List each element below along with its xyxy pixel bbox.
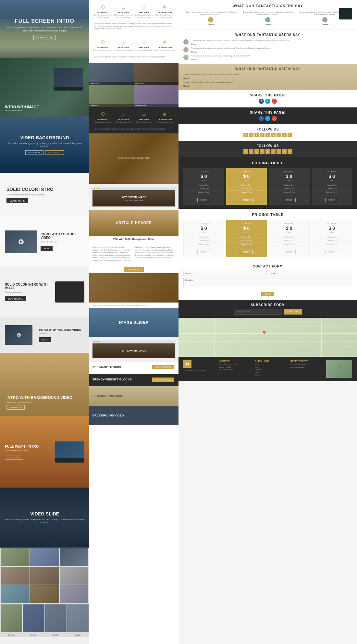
pricing-btn-3[interactable]: ORDER <box>283 198 296 202</box>
share-icons-white: f t g+ <box>183 99 352 104</box>
video-bg-watch-button[interactable]: WATCH VIDEO <box>45 150 64 155</box>
pricing-white-btn-3[interactable]: ORDER <box>283 250 296 254</box>
follow-tw-icon[interactable]: t <box>249 133 253 137</box>
footer-link-blog[interactable]: Blog <box>255 371 287 373</box>
follow-yt-icon[interactable]: y <box>265 133 270 137</box>
follow-gp-icon[interactable]: g <box>254 133 259 137</box>
footer-col-logo: M A premium website template <box>183 360 216 378</box>
pwf-1-3: Feature Three <box>185 242 222 246</box>
follow-vi-dark-icon[interactable]: v <box>282 149 287 154</box>
article-read-more-button[interactable]: READ MORE <box>124 267 143 272</box>
follow-re-dark-icon[interactable]: r <box>288 149 292 154</box>
pf-2-3: Feature Three <box>228 191 265 194</box>
contact-email-input[interactable] <box>269 271 352 276</box>
share-tw-dark-icon[interactable]: t <box>265 116 270 121</box>
follow-in-icon[interactable]: in <box>260 133 265 137</box>
intro-image-title: INTRO WITH IMAGE <box>5 105 39 109</box>
pricing-period-4: /mo <box>313 180 351 181</box>
footer-link-about[interactable]: About <box>255 366 287 368</box>
follow-pi-icon[interactable]: p <box>271 133 276 137</box>
pricing-btn-2[interactable]: ORDER <box>240 198 253 202</box>
video-bg-learn-more-button[interactable]: LEARN MORE <box>25 150 43 155</box>
pricing-row-white: CHAMPION $ 0 /mo Feature One Feature Two… <box>183 220 352 257</box>
pf-4-2: Feature Two <box>313 187 351 191</box>
article-text: Lorem ipsum dolor sit amet, consectetur … <box>92 246 131 259</box>
map-grid-v1 <box>214 318 215 357</box>
contact-form-row-1 <box>183 271 352 276</box>
photo-notebook <box>60 585 89 603</box>
share-facebook-icon[interactable]: f <box>259 99 264 104</box>
follow-li-icon[interactable]: l <box>277 133 281 137</box>
yt-dark-button[interactable]: PLAY <box>39 337 51 342</box>
dark-feature-2: ◻ Responsive Short description here <box>114 110 133 123</box>
yt-dark-desc: Short intro <box>39 332 84 334</box>
contact-name-input[interactable] <box>183 271 267 276</box>
follow-yt-dark-icon[interactable]: y <box>265 149 270 154</box>
video-background-section: VIDEO BACKGROUND Start with a video back… <box>0 117 89 173</box>
follow-in-dark-icon[interactable]: in <box>260 149 265 154</box>
feature-bootstrap-2: ⬡ Bootstrap 4 Short description text her… <box>93 38 113 51</box>
share-gp-dark-icon[interactable]: g+ <box>272 116 277 121</box>
pricing-features-3: Feature One Feature Two Feature Three <box>270 183 308 194</box>
pf-2-1: Feature One <box>228 183 265 187</box>
full-screen-learn-more-button[interactable]: LEARN MORE <box>33 35 56 40</box>
footer-link-contact[interactable]: Contact <box>255 374 287 376</box>
footer-link-home[interactable]: Home <box>255 364 287 365</box>
add-section-button[interactable]: ADD SECTION <box>152 365 174 369</box>
pricing-features-4: Feature One Feature Two Feature Three <box>313 183 351 194</box>
share-twitter-icon[interactable]: t <box>265 99 270 104</box>
footer-col-posts: RECENT POSTS Post title goes hereAnother… <box>290 360 323 378</box>
pf-1-2: Feature Two <box>185 187 223 191</box>
follow-title-white: FOLLOW US <box>183 128 352 131</box>
pricing-white-btn-2[interactable]: ORDER <box>240 250 253 254</box>
subscribe-email-input[interactable] <box>234 309 282 315</box>
pricing-btn-1[interactable]: ORDER <box>197 198 210 202</box>
follow-gp-dark-icon[interactable]: g <box>254 149 259 154</box>
webfonts-icon-2: ⊕ <box>141 38 148 45</box>
full-width-button[interactable]: LEARN MORE <box>5 455 23 460</box>
pricing-white-tier-2: CHAMPION <box>228 223 265 225</box>
follow-vi-icon[interactable]: v <box>282 133 287 137</box>
follow-re-icon[interactable]: r <box>288 133 292 137</box>
solid-image-button[interactable]: LEARN MORE <box>5 296 26 301</box>
pricing-features-2: Feature One Feature Two Feature Three <box>228 183 265 194</box>
testimonial-n-1: User1 <box>191 43 352 45</box>
feature-desc-8: Short description text here. <box>155 49 175 51</box>
solid-color-button[interactable]: LEARN MORE <box>6 198 28 203</box>
youtube-play-button[interactable]: ▶ <box>18 239 24 244</box>
bg-image-title: BACKGROUND IMAGE <box>92 394 124 398</box>
users-say-title-2: WHAT OUR FANTASTIC USERS SAY <box>183 33 352 37</box>
pricing-white-btn-1[interactable]: ORDER <box>197 250 210 254</box>
yt-dark-play-icon[interactable]: ▶ <box>17 333 21 337</box>
share-fb-dark-icon[interactable]: f <box>259 116 264 121</box>
map-grid-h4 <box>178 349 357 349</box>
photo-table <box>1 567 30 585</box>
full-screen-intro-desc: This is all you need to get started. You… <box>6 26 83 32</box>
users-say-section-2: WHAT OUR FANTASTIC USERS SAY "Lorem ipsu… <box>178 30 357 64</box>
pricing-btn-4[interactable]: ORDER <box>325 198 338 202</box>
follow-tw-dark-icon[interactable]: t <box>249 149 253 154</box>
footer-address-title: ADDRESS <box>219 360 252 362</box>
footer-link-services[interactable]: Services <box>255 369 287 371</box>
follow-li-dark-icon[interactable]: l <box>277 149 281 154</box>
bg-video-button[interactable]: LEARN MORE <box>6 405 25 410</box>
share-google-icon[interactable]: g+ <box>272 99 277 104</box>
follow-fb-icon[interactable]: f <box>243 133 248 137</box>
trendy-add-button[interactable]: ADD SECTION <box>152 378 174 382</box>
pricing-price-1: $ 0 <box>185 174 223 179</box>
dark-title-4: Unlimited Sites <box>155 118 175 120</box>
subscribe-button[interactable]: SUBSCRIBE <box>284 309 302 315</box>
laptop-illustration <box>54 68 83 91</box>
contact-submit-button[interactable]: SEND <box>261 292 275 296</box>
youtube-button[interactable]: PLAY <box>41 246 53 251</box>
feature-desc-7: Short description text here. <box>134 49 154 51</box>
article-title-section: Title with Solid Background Color <box>89 236 178 244</box>
testimonial-name-3: — Name 3 <box>298 24 352 26</box>
follow-pi-dark-icon[interactable]: p <box>271 149 276 154</box>
pricing-white-btn-4[interactable]: ORDER <box>325 250 338 254</box>
pricing-white-tier-4: ULTIMATE <box>314 223 351 225</box>
follow-fb-dark-icon[interactable]: f <box>243 149 248 154</box>
testimonials-row-1: "Lorem ipsum dolor sit amet, consectetur… <box>183 11 352 26</box>
contact-message-textarea[interactable] <box>183 278 352 287</box>
pricing-white-period-1: /mo <box>185 231 222 233</box>
